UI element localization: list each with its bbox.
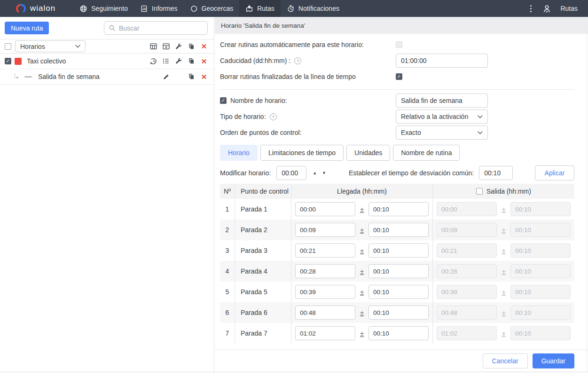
departure-deviation-input [510,243,571,258]
bottom-divider [0,372,588,372]
checkpoint-name: Parada 6 [235,302,291,323]
plus-minus-icon: ± [355,247,368,255]
new-route-button[interactable]: Nueva ruta [5,22,49,34]
nav-geocercas[interactable]: Geocercas [184,0,240,17]
auto-routines-checkbox[interactable]: ✓ [396,41,402,48]
schedule-table-header: Nº Punto de control Llegada (hh:mm) ✓ Sa… [220,184,574,199]
arrival-time-input[interactable] [295,326,355,340]
copy-icon[interactable] [187,57,196,65]
tab-nombre-de-rutina[interactable]: Nombre de rutina [393,145,460,161]
tab-unidades[interactable]: Unidades [346,145,390,161]
copy-icon[interactable] [187,72,196,81]
tab-limitaciones-de-tiempo[interactable]: Limitaciones de tiempo [260,145,344,161]
checkpoint-name: Parada 4 [235,261,291,282]
header-checkpoint: Punto de control [235,184,291,199]
table-add-icon[interactable] [162,42,170,51]
arrival-time-input[interactable] [295,223,355,237]
row-number: 2 [220,219,235,240]
plus-minus-icon: ± [497,288,510,296]
schedule-type-select[interactable]: Relativo a la activación [396,110,488,124]
checkpoint-order-select[interactable]: Exacto [396,125,488,140]
route-checkbox[interactable]: ✓ [5,58,11,64]
item-type-dropdown[interactable]: Horarios [15,40,86,52]
arrival-deviation-input[interactable] [368,223,429,237]
arrival-deviation-input[interactable] [368,202,429,216]
save-button[interactable]: Guardar [533,353,574,368]
route-row-taxi-colectivo[interactable]: ✓ Taxi colectivo [0,54,214,69]
common-deviation-label: Establecer el tiempo de desviación común… [349,169,474,177]
departure-checkbox[interactable]: ✓ [476,188,483,195]
delete-icon[interactable]: ✕ [200,57,208,65]
remove-finished-checkbox[interactable]: ✓ [396,73,402,80]
user-icon[interactable] [542,4,551,13]
checkpoint-name: Parada 3 [235,240,291,261]
cancel-button[interactable]: Cancelar [483,353,528,368]
routes-icon [245,5,253,13]
schedule-name-label: Nombre de horario: [230,97,287,104]
stopwatch-icon [287,5,295,13]
history-add-icon[interactable] [149,57,157,65]
search-input[interactable] [119,24,204,32]
arrival-time-input[interactable] [295,202,355,216]
checkpoint-order-value: Exacto [401,129,421,136]
delete-icon[interactable]: ✕ [200,42,208,51]
increment-button[interactable]: ▲ [313,171,317,175]
arrival-time-input[interactable] [295,264,355,278]
common-deviation-input[interactable] [479,166,513,180]
apply-button[interactable]: Aplicar [535,165,574,180]
arrival-cell: ± [291,261,432,282]
header-departure-label: Salida (hh:mm) [486,188,531,195]
wrench-icon[interactable] [174,57,183,65]
departure-deviation-input [510,326,571,340]
arrival-deviation-input[interactable] [368,285,429,299]
departure-time-input [437,264,497,278]
expiration-input[interactable] [396,54,488,68]
modify-schedule-input[interactable] [276,166,306,180]
plus-minus-icon: ± [497,267,510,275]
arrival-time-input[interactable] [295,285,355,299]
table-row: 7 Parada 7 ± ± [220,323,574,344]
scrollbar-track[interactable] [587,17,587,372]
arrival-time-input[interactable] [295,243,355,258]
list-icon[interactable] [162,57,170,65]
decrement-button[interactable]: ▼ [322,171,326,175]
nav-seguimiento[interactable]: Seguimiento [73,0,134,17]
schedule-name-input[interactable] [396,94,488,108]
checkpoint-order-label: Orden de puntos de control: [220,129,302,136]
search-icon [109,24,116,31]
schedule-type-row: Tipo de horario: ? Relativo a la activac… [220,109,574,125]
departure-time-input [437,285,497,299]
arrival-time-input[interactable] [295,306,355,320]
wrench-icon[interactable] [174,42,183,51]
plus-minus-icon: ± [355,205,368,213]
help-icon[interactable]: ? [294,57,301,64]
plus-minus-icon: ± [497,309,510,317]
plus-minus-icon: ± [355,329,368,337]
arrival-deviation-input[interactable] [368,306,429,320]
nav-notificaciones[interactable]: Notificaciones [281,0,345,17]
select-all-checkbox[interactable]: ✓ [5,43,11,50]
schedule-name-checkbox[interactable]: ✓ [220,97,227,104]
edit-icon[interactable] [162,72,170,81]
arrival-deviation-input[interactable] [368,264,429,278]
modify-schedule-label: Modificar horario: [220,169,271,177]
departure-cell: ± [432,199,574,219]
schedule-row-salida-fin-de-semana[interactable]: Salida fin de semana ✕ [0,69,214,85]
table-icon[interactable] [149,42,157,51]
help-icon[interactable]: ? [270,113,277,120]
tab-horario[interactable]: Horario [220,145,258,161]
user-section-label[interactable]: Rutas [560,5,578,12]
copy-icon[interactable] [187,42,196,51]
search-box[interactable] [104,21,208,35]
arrival-deviation-input[interactable] [368,243,429,258]
nav-informes[interactable]: Informes [134,0,183,17]
nav-rutas[interactable]: Rutas [239,0,281,17]
departure-time-input [437,223,497,237]
departure-cell: ± [432,282,574,302]
departure-deviation-input [510,264,571,278]
delete-icon[interactable]: ✕ [200,72,208,81]
arrival-deviation-input[interactable] [368,326,429,340]
kebab-menu-icon[interactable] [528,4,533,13]
globe-icon [79,5,87,13]
topbar: wialon Seguimiento Informes [0,0,588,17]
